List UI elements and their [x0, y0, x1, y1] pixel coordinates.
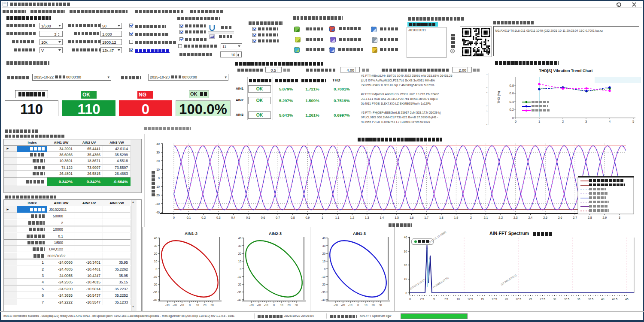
svg-text:2.1: 2.1: [484, 216, 488, 219]
svg-text:2.4: 2.4: [529, 216, 533, 219]
svg-text:-20: -20: [322, 283, 326, 286]
svg-text:10: 10: [404, 277, 407, 280]
svg-text:10: 10: [322, 260, 326, 263]
svg-text:3: 3: [619, 216, 620, 219]
svg-text:2.5: 2.5: [543, 216, 547, 219]
svg-text:20: 20: [505, 298, 508, 301]
svg-text:0.8: 0.8: [510, 84, 514, 87]
svg-text:-30: -30: [165, 304, 170, 307]
svg-text:40: 40: [601, 298, 605, 301]
svg-text:20: 20: [371, 304, 375, 307]
svg-text:0: 0: [357, 304, 359, 307]
svg-text:2.8: 2.8: [588, 216, 592, 219]
svg-text:40: 40: [238, 237, 242, 240]
svg-text:-40: -40: [237, 298, 242, 301]
svg-text:30: 30: [322, 244, 326, 247]
svg-text:1.1: 1.1: [335, 216, 340, 219]
svg-text:12.5: 12.5: [468, 298, 473, 301]
svg-text:-10: -10: [348, 304, 352, 307]
svg-text:THD (%): THD (%): [497, 91, 501, 104]
svg-text:-40: -40: [322, 298, 326, 301]
svg-text:10: 10: [364, 304, 368, 307]
svg-text:(3.1553, 37.4999): (3.1553, 37.4999): [428, 231, 447, 244]
svg-text:30: 30: [379, 304, 382, 307]
svg-text:40: 40: [404, 236, 407, 239]
svg-text:35: 35: [577, 298, 580, 301]
svg-text:-30: -30: [155, 202, 160, 205]
svg-text:7.5: 7.5: [444, 298, 448, 301]
svg-text:-10: -10: [180, 304, 184, 307]
svg-text:0.5: 0.5: [246, 216, 250, 219]
svg-text:1.3: 1.3: [365, 216, 369, 219]
svg-text:1.7: 1.7: [424, 216, 428, 219]
svg-text:-30: -30: [153, 291, 158, 294]
svg-text:0.8: 0.8: [291, 216, 295, 219]
svg-text:-20: -20: [257, 304, 261, 307]
svg-text:2.5: 2.5: [420, 298, 424, 301]
svg-text:10: 10: [196, 304, 199, 307]
svg-text:37.5: 37.5: [588, 298, 593, 301]
svg-text:2.9: 2.9: [603, 216, 607, 219]
svg-text:0: 0: [158, 177, 160, 180]
svg-text:0.7: 0.7: [276, 216, 280, 219]
svg-text:-30: -30: [322, 291, 326, 294]
svg-text:0: 0: [515, 120, 516, 123]
svg-text:0: 0: [189, 304, 191, 307]
svg-text:-40: -40: [155, 211, 160, 214]
svg-text:30: 30: [156, 151, 160, 154]
svg-text:0.6: 0.6: [261, 216, 265, 219]
svg-text:27.5: 27.5: [540, 298, 545, 301]
svg-text:1.5: 1.5: [395, 216, 399, 219]
svg-text:40: 40: [322, 237, 326, 240]
svg-text:-30: -30: [249, 304, 254, 307]
svg-text:10: 10: [457, 298, 460, 301]
svg-text:AIN1-3: AIN1-3: [353, 231, 366, 236]
svg-text:25: 25: [529, 298, 532, 301]
svg-text:2.7: 2.7: [573, 216, 577, 219]
svg-text:15: 15: [481, 298, 484, 301]
svg-text:2.3: 2.3: [513, 216, 518, 219]
svg-text:2.2: 2.2: [498, 216, 503, 219]
svg-text:42.5: 42.5: [612, 298, 618, 301]
svg-text:-20: -20: [237, 283, 242, 286]
svg-text:20: 20: [404, 264, 407, 267]
svg-text:0.2: 0.2: [201, 216, 206, 219]
svg-text:0.9: 0.9: [306, 216, 310, 219]
svg-text:3: 3: [585, 120, 587, 123]
svg-text:(17.995,0.0022): (17.995,0.0022): [500, 274, 517, 286]
svg-text:0.4: 0.4: [510, 100, 514, 104]
svg-text:(4.3988,0.0775): (4.3988,0.0775): [432, 277, 449, 289]
svg-text:0: 0: [240, 268, 241, 271]
svg-text:40: 40: [154, 237, 158, 240]
svg-text:-10: -10: [264, 304, 268, 307]
svg-text:AIN2-3: AIN2-3: [269, 231, 282, 236]
svg-text:-20: -20: [173, 304, 177, 307]
svg-text:-40: -40: [153, 298, 158, 301]
svg-text:0.6: 0.6: [510, 91, 514, 95]
svg-text:0: 0: [324, 268, 325, 271]
svg-text:1.6: 1.6: [410, 216, 414, 219]
svg-text:30: 30: [210, 304, 214, 307]
svg-text:4: 4: [609, 120, 611, 123]
svg-text:1: 1: [538, 120, 540, 123]
svg-text:20: 20: [203, 304, 207, 307]
svg-text:THD[S] Vibration Trend Chart: THD[S] Vibration Trend Chart: [539, 69, 593, 73]
svg-text:-20: -20: [341, 304, 345, 307]
svg-text:AIN1-2: AIN1-2: [185, 231, 197, 236]
svg-text:10: 10: [156, 168, 160, 171]
svg-text:1.9: 1.9: [454, 216, 459, 219]
svg-text:0.3: 0.3: [216, 216, 221, 219]
svg-text:0: 0: [155, 268, 157, 271]
svg-text:-10: -10: [237, 275, 242, 278]
svg-text:20: 20: [287, 304, 291, 307]
svg-text:-20: -20: [153, 283, 158, 286]
svg-text:-10: -10: [153, 275, 158, 278]
svg-text:22.5: 22.5: [516, 298, 521, 301]
svg-text:0: 0: [173, 216, 175, 219]
svg-text:-30: -30: [334, 304, 338, 307]
svg-text:0: 0: [405, 292, 407, 295]
svg-text:10: 10: [154, 260, 158, 263]
svg-text:10: 10: [280, 304, 283, 307]
svg-text:1.8: 1.8: [439, 216, 444, 219]
svg-text:0.1: 0.1: [187, 216, 191, 219]
